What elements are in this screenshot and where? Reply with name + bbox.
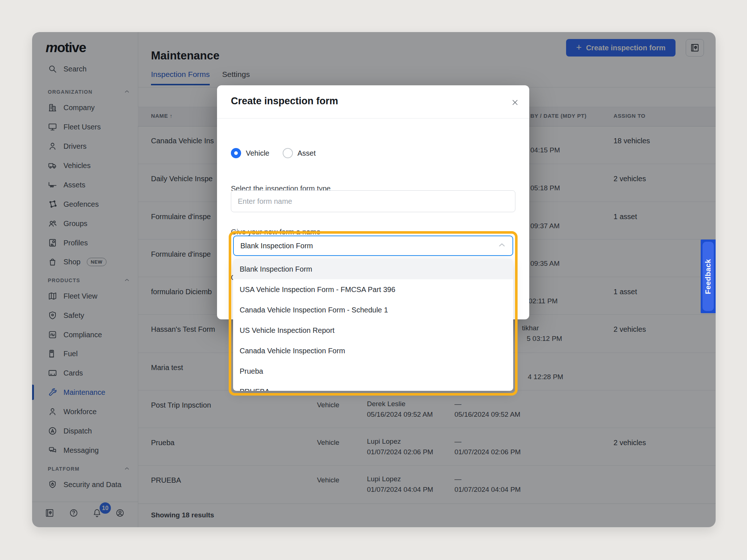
- dropdown-option[interactable]: USA Vehicle Inspection Form - FMCSA Part…: [233, 279, 513, 300]
- modal-title: Create inspection form: [231, 96, 338, 107]
- dropdown-option[interactable]: Prueba: [233, 361, 513, 381]
- radio-asset-label: Asset: [298, 149, 316, 158]
- dropdown-option[interactable]: Canada Vehicle Inspection Form: [233, 341, 513, 361]
- dropdown-option[interactable]: US Vehicle Inspection Report: [233, 320, 513, 341]
- radio-vehicle-control[interactable]: [231, 148, 241, 158]
- form-name-label: Give your new form a name: [231, 228, 321, 236]
- feedback-label: Feedback: [704, 259, 712, 294]
- app-window: motive SearchORGANIZATIONCompanyFleet Us…: [32, 32, 716, 527]
- template-select-value: Blank Inspection Form: [240, 242, 313, 250]
- template-select[interactable]: Blank Inspection Form: [233, 236, 513, 256]
- feedback-tab-inner: Feedback: [703, 242, 714, 311]
- screen: motive SearchORGANIZATIONCompanyFleet Us…: [0, 0, 747, 560]
- modal-header-divider: [217, 118, 529, 118]
- form-type-radio-group: Vehicle Asset: [231, 148, 316, 158]
- feedback-tab[interactable]: Feedback: [701, 240, 716, 313]
- dropdown-option[interactable]: PRUEBA: [233, 381, 513, 391]
- radio-asset[interactable]: Asset: [283, 148, 316, 158]
- radio-asset-control[interactable]: [283, 148, 293, 158]
- chevron-up-icon: [497, 240, 507, 251]
- template-dropdown-menu: Blank Inspection FormUSA Vehicle Inspect…: [233, 259, 513, 391]
- close-icon[interactable]: [509, 96, 521, 109]
- radio-vehicle[interactable]: Vehicle: [231, 148, 270, 158]
- dropdown-option[interactable]: Blank Inspection Form: [233, 259, 513, 279]
- radio-vehicle-label: Vehicle: [246, 149, 270, 158]
- form-name-input[interactable]: [231, 190, 515, 212]
- dropdown-option[interactable]: Canada Vehicle Inspection Form - Schedul…: [233, 300, 513, 320]
